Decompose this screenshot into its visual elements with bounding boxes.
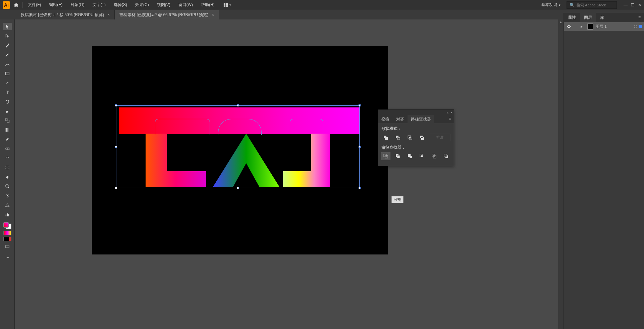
edit-toolbar-icon[interactable]: ⋯ xyxy=(3,254,12,261)
expand-button[interactable]: 扩展 xyxy=(430,134,450,141)
layer-target-indicators[interactable] xyxy=(634,25,642,28)
unite-button[interactable] xyxy=(381,134,390,141)
layer-row[interactable]: ▸ 图层 1 xyxy=(564,22,644,31)
eyedropper-tool[interactable] xyxy=(3,136,12,143)
window-maximize-icon[interactable]: ❐ xyxy=(631,3,635,7)
tab-libraries[interactable]: 库 xyxy=(596,13,608,22)
menu-separator xyxy=(22,2,22,8)
expand-layer-icon[interactable]: ▸ xyxy=(581,24,585,29)
search-box[interactable]: 🔍 xyxy=(567,1,617,9)
visibility-toggle-icon[interactable] xyxy=(566,24,572,29)
window-close-icon[interactable]: ✕ xyxy=(638,3,641,7)
panel-menu-icon[interactable]: ≡ xyxy=(635,13,644,22)
column-graph-tool[interactable] xyxy=(3,211,12,218)
close-icon[interactable]: × xyxy=(450,111,452,114)
paintbrush-tool[interactable] xyxy=(3,79,12,87)
perspective-grid-tool[interactable] xyxy=(3,201,12,209)
crop-button[interactable] xyxy=(418,152,426,160)
minus-back-button[interactable] xyxy=(442,152,450,160)
intersect-button[interactable] xyxy=(406,134,414,141)
svg-rect-21 xyxy=(409,137,411,138)
scroll-up-icon[interactable]: ▲ xyxy=(558,19,564,24)
outline-button[interactable] xyxy=(430,152,438,160)
type-tool[interactable] xyxy=(3,89,12,96)
tab-properties[interactable]: 属性 xyxy=(564,13,580,22)
divide-button[interactable] xyxy=(381,152,390,160)
menu-edit[interactable]: 编辑(E) xyxy=(46,1,65,9)
window-minimize-icon[interactable]: — xyxy=(624,3,628,7)
document-tab-2[interactable]: 投稿素材 [已恢复].ai* @ 66.67% (RGB/GPU 预览) × xyxy=(115,10,219,19)
tab-align[interactable]: 对齐 xyxy=(393,115,408,123)
document-tab-1[interactable]: 投稿素材 [已恢复].ai* @ 50% (RGB/GPU 预览) × xyxy=(16,10,115,19)
menu-view[interactable]: 视图(V) xyxy=(154,1,173,9)
artboard-tool[interactable] xyxy=(3,164,12,171)
svg-rect-27 xyxy=(410,156,412,158)
menu-window[interactable]: 窗口(W) xyxy=(176,1,196,9)
free-transform-tool[interactable] xyxy=(3,192,12,199)
workspace-label: 基本功能 xyxy=(541,2,557,8)
blend-tool[interactable] xyxy=(3,145,12,152)
gradient-tool[interactable] xyxy=(3,126,12,134)
tab-transform[interactable]: 变换 xyxy=(378,115,393,123)
panel-menu-icon[interactable]: ≡ xyxy=(446,115,454,123)
zoom-tool[interactable] xyxy=(3,183,12,190)
canvas-area[interactable]: ▲ xyxy=(15,19,564,329)
screen-mode-icon[interactable] xyxy=(3,243,12,250)
menu-help[interactable]: 帮助(H) xyxy=(198,1,217,9)
tab-layers[interactable]: 图层 xyxy=(580,13,596,22)
search-icon: 🔍 xyxy=(570,3,575,7)
hand-tool[interactable] xyxy=(3,173,12,181)
arrange-documents-icon[interactable]: ▾ xyxy=(223,3,231,7)
svg-rect-18 xyxy=(397,137,400,140)
exclude-button[interactable] xyxy=(418,134,426,141)
path-outline xyxy=(155,119,210,135)
eraser-tool[interactable] xyxy=(3,107,12,115)
close-icon[interactable]: × xyxy=(212,12,214,17)
selection-tool[interactable] xyxy=(3,23,12,30)
target-icon[interactable] xyxy=(634,25,637,28)
tab-pathfinder[interactable]: 路径查找器 xyxy=(408,115,434,123)
vertical-scrollbar[interactable]: ▲ xyxy=(558,19,564,329)
trim-button[interactable] xyxy=(393,152,402,160)
shape-builder-tool[interactable] xyxy=(3,154,12,162)
pen-tool[interactable] xyxy=(3,51,12,58)
tools-panel: ⋯ xyxy=(0,19,15,329)
curvature-tool[interactable] xyxy=(3,60,12,68)
pathfinder-panel[interactable]: « × 变换 对齐 路径查找器 ≡ 形状模式： 扩展 路径查找器： 分割 xyxy=(378,109,454,166)
color-mode-swatch[interactable] xyxy=(3,237,11,241)
menu-select[interactable]: 选择(S) xyxy=(111,1,130,9)
path-outline xyxy=(290,119,323,135)
search-input[interactable] xyxy=(577,3,614,7)
svg-rect-29 xyxy=(421,155,423,157)
fill-stroke-swatch[interactable] xyxy=(3,222,11,229)
artboard xyxy=(92,46,388,254)
close-icon[interactable]: × xyxy=(107,12,110,17)
home-icon[interactable] xyxy=(13,2,19,8)
direct-selection-tool[interactable] xyxy=(3,32,12,40)
magic-wand-tool[interactable] xyxy=(3,42,12,49)
panel-titlebar[interactable]: « × xyxy=(378,110,454,115)
svg-rect-4 xyxy=(5,72,9,75)
svg-rect-3 xyxy=(226,5,228,7)
merge-button[interactable] xyxy=(406,152,414,160)
fill-swatch[interactable] xyxy=(3,222,9,228)
menu-object[interactable]: 对象(O) xyxy=(68,1,87,9)
scale-tool[interactable] xyxy=(3,117,12,124)
artwork-letter-a xyxy=(213,134,280,187)
svg-point-11 xyxy=(5,185,8,187)
panels-dock: 属性 图层 库 ≡ ▸ 图层 1 xyxy=(564,13,644,329)
rectangle-tool[interactable] xyxy=(3,70,12,77)
svg-rect-32 xyxy=(444,154,447,157)
svg-rect-25 xyxy=(397,155,400,158)
minus-front-button[interactable] xyxy=(393,134,402,141)
svg-point-8 xyxy=(5,148,7,150)
rotate-tool[interactable] xyxy=(3,98,12,105)
menu-type[interactable]: 文字(T) xyxy=(90,1,108,9)
path-outline xyxy=(218,119,262,135)
collapse-icon[interactable]: « xyxy=(447,111,449,114)
gradient-swatch[interactable] xyxy=(3,231,11,235)
workspace-switcher[interactable]: 基本功能 ▾ xyxy=(539,1,563,9)
svg-rect-2 xyxy=(224,5,225,7)
menu-effect[interactable]: 效果(C) xyxy=(132,1,152,9)
menu-file[interactable]: 文件(F) xyxy=(25,1,44,9)
